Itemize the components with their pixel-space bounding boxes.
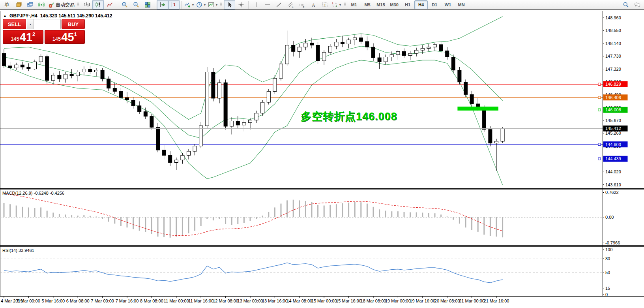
- chart-cube-button[interactable]: [13, 0, 24, 9]
- time-tick-label: 15 Mar 16:00: [336, 299, 361, 303]
- signals-button[interactable]: [36, 0, 47, 9]
- channel-button[interactable]: E: [285, 0, 296, 9]
- bull-candle: [218, 83, 221, 98]
- periods-button[interactable]: ▾: [195, 0, 207, 9]
- zoom-in-icon: [122, 2, 128, 8]
- timeframe-button-m30[interactable]: M30: [388, 0, 401, 9]
- bear-candle: [21, 65, 24, 67]
- bull-candle: [347, 40, 350, 44]
- crosshair-button[interactable]: [235, 0, 247, 9]
- time-tick-label: 8 Mar 08:00: [140, 299, 163, 303]
- macd-pane: 0.76220.00-0.7966: [0, 190, 620, 245]
- bull-candle: [322, 53, 326, 61]
- timeframe-button-m1[interactable]: M1: [347, 0, 361, 9]
- bull-candle: [249, 120, 252, 122]
- toolbar-grip: [344, 1, 346, 9]
- sell-price-sup: 2: [32, 31, 35, 37]
- cursor-button[interactable]: [224, 0, 235, 9]
- fibo-icon: F: [299, 2, 305, 8]
- autotrade-icon: [48, 2, 54, 8]
- horizontal-line-button[interactable]: [262, 0, 273, 9]
- arrows-icon: [331, 2, 338, 8]
- templates-button[interactable]: ▾: [207, 0, 219, 9]
- bull-candle: [39, 56, 43, 62]
- level-price-label-text: 146.406: [605, 95, 621, 100]
- bear-candle: [482, 108, 486, 130]
- timeframe-button-m5[interactable]: M5: [361, 0, 374, 9]
- application-window: 单自动交易▾▾▾EFAT▾M1M5M15M30H1H4D1W1MN 148.96…: [0, 0, 644, 308]
- chart-canvas[interactable]: 148.960148.550148.140147.730147.320146.9…: [0, 0, 644, 308]
- time-tick-label: 7 Mar 00:00: [91, 299, 114, 303]
- bull-candle: [64, 74, 67, 79]
- search-button[interactable]: [620, 0, 631, 9]
- fibonacci-button[interactable]: F: [296, 0, 307, 9]
- trendline-button[interactable]: [273, 0, 285, 9]
- buy-price-box[interactable]: 145 45 1: [45, 30, 85, 44]
- bull-candle: [15, 65, 18, 68]
- macd-indicator-label: MACD(12,26,9) -0.6248 -0.4256: [2, 191, 64, 195]
- timeframe-button-h4[interactable]: H4: [414, 0, 428, 9]
- symbol-title: GBPJPY-,H4: [9, 13, 37, 19]
- auto-scroll-button[interactable]: [157, 0, 168, 9]
- tile-windows-button[interactable]: [142, 0, 153, 9]
- level-price-label-text: 144.439: [605, 156, 621, 161]
- time-axis: 4 Mar 20195 Mar 00:005 Mar 16:006 Mar 08…: [1, 297, 509, 303]
- bear-candle: [168, 155, 172, 162]
- sell-price-box[interactable]: 145 41 2: [3, 30, 43, 44]
- chart-shift-button[interactable]: [168, 0, 180, 9]
- timeframe-button-w1[interactable]: W1: [441, 0, 455, 9]
- bull-candle: [174, 160, 178, 162]
- chart-annotation-text: 多空转折点146.008: [301, 109, 397, 124]
- volume-input[interactable]: [34, 19, 61, 29]
- line-chart-button[interactable]: [104, 0, 115, 9]
- chat-button[interactable]: [631, 0, 643, 9]
- bear-candle: [45, 56, 49, 81]
- sell-button[interactable]: SELL: [3, 19, 26, 29]
- chevron-down-icon[interactable]: ▾: [192, 3, 194, 7]
- price-tick-label: 144.020: [605, 169, 621, 174]
- text-button[interactable]: A: [307, 0, 319, 9]
- macd-scale-label: 0.7622: [605, 190, 619, 195]
- collapse-panel-icon[interactable]: ▲: [3, 14, 7, 18]
- level-handle: [598, 96, 601, 99]
- indicators-button[interactable]: ▾: [183, 0, 195, 9]
- timeframe-button-mn[interactable]: MN: [455, 0, 468, 9]
- new-order-button[interactable]: 单: [1, 0, 13, 9]
- time-tick-label: 14 Mar 08:00: [286, 299, 312, 303]
- bear-candle: [27, 67, 30, 69]
- bull-candle: [285, 45, 289, 64]
- timeframe-button-m15[interactable]: M15: [374, 0, 388, 9]
- volume-decrease-button[interactable]: ▼: [27, 19, 34, 29]
- buy-price-prefix: 145: [52, 36, 61, 42]
- bear-candle: [451, 57, 455, 70]
- price-tick-label: 143.610: [605, 182, 621, 187]
- chevron-down-icon[interactable]: ▾: [216, 3, 217, 7]
- auto-trading-button[interactable]: 自动交易: [47, 0, 76, 9]
- timeframe-button-d1[interactable]: D1: [428, 0, 441, 9]
- bull-candle: [408, 53, 412, 56]
- chevron-down-icon[interactable]: ▾: [204, 3, 206, 7]
- candlestick-chart-button[interactable]: [92, 0, 104, 9]
- bull-candle: [181, 155, 184, 160]
- bear-candle: [470, 94, 474, 104]
- bear-candle: [58, 75, 61, 79]
- bull-candle: [279, 64, 283, 78]
- market-windows-button[interactable]: [24, 0, 36, 9]
- zoom-in-button[interactable]: [119, 0, 130, 9]
- bear-candle: [212, 72, 215, 98]
- bar-chart-button[interactable]: [81, 0, 92, 9]
- label-button[interactable]: T: [319, 0, 330, 9]
- vertical-line-button[interactable]: [250, 0, 262, 9]
- buy-button[interactable]: BUY: [62, 19, 85, 29]
- bear-candle: [8, 66, 12, 68]
- rsi-scale-label: 0: [605, 292, 608, 297]
- timeframe-button-h1[interactable]: H1: [401, 0, 414, 9]
- bear-candle: [138, 106, 141, 112]
- time-tick-label: 13 Mar 16:00: [262, 299, 288, 303]
- zoom-out-icon: [133, 2, 139, 8]
- macd-scale-label: -0.7966: [605, 240, 620, 245]
- zoom-out-button[interactable]: [130, 0, 142, 9]
- yellow-cube-icon: [15, 2, 22, 8]
- arrows-button[interactable]: ▾: [330, 0, 342, 9]
- chevron-down-icon[interactable]: ▾: [339, 3, 341, 7]
